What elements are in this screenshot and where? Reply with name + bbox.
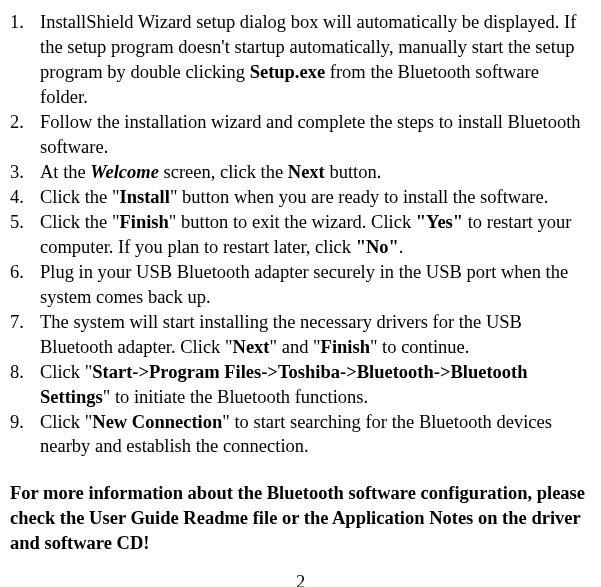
step-number: 4. <box>10 185 40 210</box>
step-number: 8. <box>10 360 40 410</box>
step-number: 9. <box>10 410 40 460</box>
list-item: 1. InstallShield Wizard setup dialog box… <box>10 10 591 110</box>
step-number: 1. <box>10 10 40 110</box>
list-item: 3. At the Welcome screen, click the Next… <box>10 160 591 185</box>
step-number: 3. <box>10 160 40 185</box>
step-text: Click the "Install" button when you are … <box>40 185 591 210</box>
step-text: Click "New Connection" to start searchin… <box>40 410 591 460</box>
step-number: 5. <box>10 210 40 260</box>
step-text: Plug in your USB Bluetooth adapter secur… <box>40 260 591 310</box>
step-text: InstallShield Wizard setup dialog box wi… <box>40 10 591 110</box>
list-item: 7. The system will start installing the … <box>10 310 591 360</box>
page-number: 2 <box>10 570 591 587</box>
step-text: Click "Start->Program Files->Toshiba->Bl… <box>40 360 591 410</box>
footer-info: For more information about the Bluetooth… <box>10 481 591 556</box>
list-item: 8. Click "Start->Program Files->Toshiba-… <box>10 360 591 410</box>
instruction-list: 1. InstallShield Wizard setup dialog box… <box>10 10 591 459</box>
list-item: 4. Click the "Install" button when you a… <box>10 185 591 210</box>
step-text: The system will start installing the nec… <box>40 310 591 360</box>
list-item: 9. Click "New Connection" to start searc… <box>10 410 591 460</box>
step-number: 7. <box>10 310 40 360</box>
step-text: Click the "Finish" button to exit the wi… <box>40 210 591 260</box>
list-item: 2. Follow the installation wizard and co… <box>10 110 591 160</box>
list-item: 6. Plug in your USB Bluetooth adapter se… <box>10 260 591 310</box>
step-number: 2. <box>10 110 40 160</box>
step-number: 6. <box>10 260 40 310</box>
list-item: 5. Click the "Finish" button to exit the… <box>10 210 591 260</box>
step-text: At the Welcome screen, click the Next bu… <box>40 160 591 185</box>
step-text: Follow the installation wizard and compl… <box>40 110 591 160</box>
